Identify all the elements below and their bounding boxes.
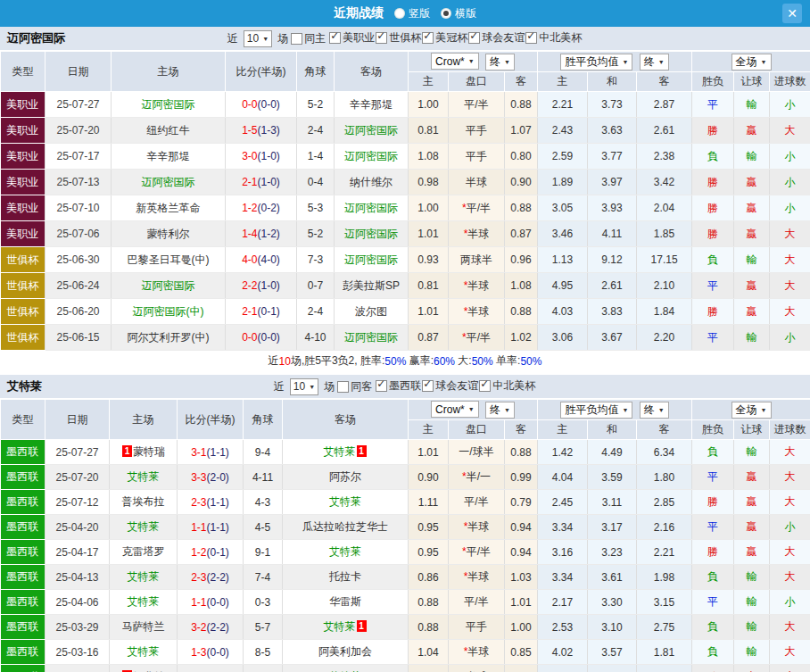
halftime-score: (0-1) xyxy=(207,546,229,559)
checkbox-checked-icon[interactable] xyxy=(329,32,341,44)
match-row: 墨西联25-03-29马萨特兰3-2(2-2)5-7艾特莱10.88平手1.00… xyxy=(1,615,810,640)
league-filter[interactable]: 美冠杯 xyxy=(422,30,467,46)
atlante-matches-table: 类型 日期 主场 比分(半场) 角球 客场 Crow*▼ 终▼ 胜平负均值▼ 终… xyxy=(0,399,810,672)
match-count-dropdown[interactable]: 10▼ xyxy=(244,30,272,47)
scope-dropdown[interactable]: 全场▼ xyxy=(731,402,772,419)
corners: 0-3 xyxy=(244,590,283,615)
scope-dropdown[interactable]: 全场▼ xyxy=(731,54,772,71)
sub-result-handicap: 让球 xyxy=(734,72,770,92)
league-filter[interactable]: 世俱杯 xyxy=(376,30,421,46)
corners: 6-9 xyxy=(244,665,283,672)
league-filter[interactable]: 球会友谊 xyxy=(422,378,478,394)
odds-period-dropdown[interactable]: 终▼ xyxy=(485,402,515,419)
checkbox-checked-icon[interactable] xyxy=(479,380,491,392)
handicap: 平手 xyxy=(449,615,505,640)
halftime-score: (1-1) xyxy=(207,446,229,459)
avg-win: 1.96 xyxy=(538,665,588,672)
league-type: 美职业 xyxy=(1,170,45,195)
result-wdl: 負 xyxy=(692,440,734,465)
avg-draw: 3.97 xyxy=(588,170,637,195)
league-type: 世俱杯 xyxy=(1,247,45,273)
checkbox-checked-icon[interactable] xyxy=(376,32,387,44)
home-team: 艾特莱 xyxy=(110,590,178,615)
avg-draw: 3.10 xyxy=(588,615,637,640)
match-date: 25-07-27 xyxy=(45,440,110,465)
fulltime-score: 3-0 xyxy=(242,150,257,162)
league-filter[interactable]: 墨西联 xyxy=(376,378,421,394)
home-team-name: 艾特莱 xyxy=(128,520,160,533)
scope-value: 全场 xyxy=(736,402,757,418)
avg-draw: 3.11 xyxy=(588,490,637,515)
sub-result-handicap: 让球 xyxy=(734,420,770,440)
match-count-dropdown[interactable]: 10▼ xyxy=(290,378,318,395)
odds-period-dropdown[interactable]: 终▼ xyxy=(485,54,515,71)
odds-away: 0.85 xyxy=(505,640,538,665)
away-team-name: 艾特莱 xyxy=(329,495,361,508)
checkbox-checked-icon[interactable] xyxy=(422,380,434,392)
match-date: 25-07-27 xyxy=(45,92,112,118)
close-icon[interactable]: ✕ xyxy=(782,4,802,23)
home-team: 巴黎圣日耳曼(中) xyxy=(112,247,226,273)
checkbox-icon[interactable] xyxy=(291,33,302,45)
avg-dropdown[interactable]: 胜平负均值▼ xyxy=(560,54,632,71)
checkbox-checked-icon[interactable] xyxy=(376,380,387,392)
home-team: 1提华纳 xyxy=(110,665,178,672)
checkbox-checked-icon[interactable] xyxy=(468,32,480,44)
odds-away: 0.88 xyxy=(505,195,538,221)
odds-away: 0.83 xyxy=(505,665,538,672)
away-team: 艾特莱 xyxy=(283,540,409,565)
league-filter[interactable]: 球会友谊 xyxy=(468,30,525,46)
checkbox-checked-icon[interactable] xyxy=(422,32,434,44)
avg-dropdown[interactable]: 胜平负均值▼ xyxy=(560,402,632,419)
same-away-filter[interactable]: 同客 xyxy=(337,379,372,394)
view-mode-horizontal[interactable]: 横版 xyxy=(441,6,476,21)
result-handicap: 贏 xyxy=(734,665,770,672)
league-filter[interactable]: 美职业 xyxy=(329,30,375,46)
games-label: 场 xyxy=(324,379,335,394)
col-type: 类型 xyxy=(1,52,45,92)
radio-icon-horizontal[interactable] xyxy=(441,8,451,19)
avg-period-dropdown[interactable]: 终▼ xyxy=(640,402,669,419)
home-team-name: 迈阿密国际 xyxy=(142,279,195,292)
view-mode-vertical[interactable]: 竖版 xyxy=(394,6,430,21)
away-team: 瓜达拉哈拉芝华士 xyxy=(283,515,409,540)
away-team-name: 迈阿密国际 xyxy=(344,253,398,266)
checkbox-icon[interactable] xyxy=(337,381,349,393)
result-handicap: 輸 xyxy=(734,590,770,615)
handicap: 平手 xyxy=(449,144,505,170)
league-filter[interactable]: 中北美杯 xyxy=(525,30,582,46)
star-icon: * xyxy=(464,279,468,292)
result-goals: 大 xyxy=(770,490,810,515)
home-team-name: 克雷塔罗 xyxy=(122,545,165,558)
home-team-name: 艾特莱 xyxy=(128,570,160,583)
checkbox-checked-icon[interactable] xyxy=(525,32,537,44)
odds-company-dropdown[interactable]: Crow*▼ xyxy=(431,53,479,70)
result-wdl: 平 xyxy=(692,273,734,299)
sub-result-wdl: 胜负 xyxy=(692,420,734,440)
score: 1-2(0-1) xyxy=(178,540,244,565)
radio-icon-vertical[interactable] xyxy=(394,8,405,19)
result-goals: 小 xyxy=(770,590,810,615)
score: 2-1(1-0) xyxy=(226,170,297,195)
corners: 0-4 xyxy=(297,170,335,195)
match-count-value: 10 xyxy=(293,380,305,393)
sub-result-goals: 进球数 xyxy=(770,420,810,440)
summary-segment: 50% xyxy=(520,355,541,368)
away-team: 托拉卡 xyxy=(283,565,409,590)
away-team: 阿美利加会 xyxy=(283,640,409,665)
league-filter[interactable]: 中北美杯 xyxy=(479,378,535,394)
away-team: 艾特莱 xyxy=(283,490,409,515)
avg-period-dropdown[interactable]: 终▼ xyxy=(640,54,669,71)
away-team: 辛辛那堤 xyxy=(335,92,409,118)
halftime-score: (1-0) xyxy=(258,150,280,162)
star-icon: * xyxy=(462,331,467,344)
away-team-name: 迈阿密国际 xyxy=(344,124,398,137)
match-row: 墨西联25-07-12普埃布拉2-3(1-1)4-3艾特莱1.11平/半0.79… xyxy=(1,490,810,515)
handicap: 半球 xyxy=(449,665,505,672)
halftime-score: (0-0) xyxy=(258,331,280,344)
same-home-filter[interactable]: 同主 xyxy=(291,31,326,46)
odds-away: 1.01 xyxy=(505,590,538,615)
odds-away: 1.03 xyxy=(505,565,538,590)
odds-company-dropdown[interactable]: Crow*▼ xyxy=(431,401,479,418)
avg-draw: 3.57 xyxy=(588,640,637,665)
